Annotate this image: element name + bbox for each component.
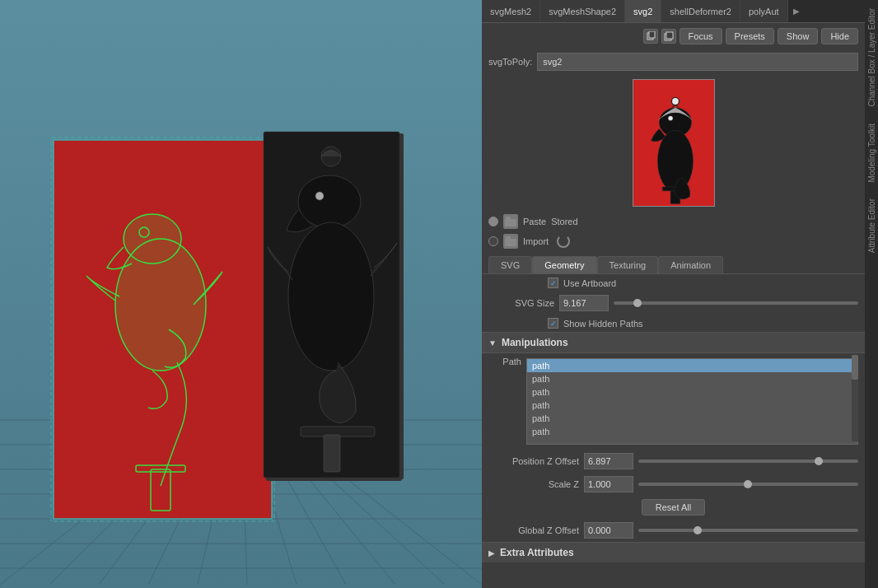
- path-list-row: Path path path path path path path: [482, 353, 865, 450]
- svg-size-track[interactable]: [614, 301, 858, 305]
- presets-button[interactable]: Presets: [726, 28, 774, 44]
- position-z-label: Position Z Offset: [488, 456, 579, 466]
- reset-all-button[interactable]: Reset All: [642, 499, 705, 516]
- copy-icon-2[interactable]: [661, 29, 676, 44]
- sub-tab-svg[interactable]: SVG: [488, 256, 532, 273]
- position-z-thumb[interactable]: [815, 457, 823, 465]
- focus-button[interactable]: Focus: [680, 28, 722, 44]
- paste-folder-icon: [503, 214, 518, 229]
- tab-svg2[interactable]: svg2: [625, 0, 661, 22]
- top-actions: Focus Presets Show Hide: [482, 23, 865, 49]
- import-label: Import: [523, 236, 549, 246]
- manipulations-title: Manipulations: [502, 337, 568, 348]
- panel-content: Focus Presets Show Hide svgToPoly:: [482, 23, 865, 588]
- use-artboard-label: Use Artboard: [563, 278, 616, 288]
- svg-size-label: SVG Size: [488, 298, 554, 308]
- attribute-panel: svgMesh2 svgMeshShape2 svg2 shellDeforme…: [482, 0, 865, 588]
- svg-size-input[interactable]: [559, 295, 609, 311]
- use-artboard-checkbox[interactable]: [548, 278, 558, 288]
- import-folder-icon: [503, 234, 518, 249]
- svg-rect-40: [666, 32, 673, 39]
- svg-rect-50: [506, 217, 511, 220]
- global-z-label: Global Z Offset: [488, 525, 579, 535]
- svg-size-thumb[interactable]: [633, 299, 642, 307]
- list-item[interactable]: path: [527, 425, 857, 438]
- sub-tab-geometry[interactable]: Geometry: [532, 256, 596, 273]
- tab-svgmesh2[interactable]: svgMesh2: [482, 0, 540, 22]
- svg-rect-51: [505, 239, 516, 246]
- right-sidebar: Channel Box / Layer Editor Modeling Tool…: [865, 0, 878, 588]
- svg-rect-38: [649, 31, 655, 38]
- svg-point-48: [672, 98, 679, 105]
- preview-svg: [633, 80, 714, 206]
- svg-rect-49: [505, 219, 516, 226]
- position-z-input[interactable]: [584, 453, 633, 469]
- paste-row: Paste Stored: [482, 212, 865, 231]
- sub-tab-texturing[interactable]: Texturing: [597, 256, 659, 273]
- svgtopoly-label: svgToPoly:: [488, 57, 532, 67]
- svg-point-31: [298, 175, 361, 228]
- global-z-track[interactable]: [638, 529, 858, 532]
- list-item[interactable]: path: [527, 359, 857, 372]
- preview-image: [633, 79, 715, 207]
- list-item[interactable]: path: [527, 399, 857, 412]
- svg-rect-35: [324, 435, 340, 472]
- svg-size-row: SVG Size: [482, 292, 865, 315]
- list-item[interactable]: path: [527, 372, 857, 385]
- sub-tab-bar: SVG Geometry Texturing Animation: [482, 251, 865, 274]
- svg-rect-52: [506, 236, 511, 240]
- path-label: Path: [488, 355, 521, 366]
- show-hidden-paths-checkbox[interactable]: [548, 318, 558, 329]
- scale-z-row: Scale Z: [482, 473, 865, 496]
- attribute-editor-label[interactable]: Attribute Editor: [867, 198, 876, 253]
- import-row: Import: [482, 231, 865, 251]
- svgtopoly-row: svgToPoly:: [482, 49, 865, 74]
- extra-attributes-title: Extra Attributes: [500, 547, 574, 558]
- paste-radio[interactable]: [488, 217, 498, 226]
- copy-icon-1[interactable]: [643, 29, 658, 44]
- svg-point-43: [668, 116, 673, 121]
- use-artboard-row: Use Artboard: [482, 274, 865, 292]
- preview-container: [482, 74, 865, 212]
- show-hidden-paths-row: Show Hidden Paths: [482, 315, 865, 332]
- list-item[interactable]: path: [527, 412, 857, 425]
- stored-label: Stored: [551, 217, 577, 226]
- extra-attributes-header[interactable]: ▶ Extra Attributes: [482, 542, 865, 562]
- scale-z-input[interactable]: [584, 476, 633, 492]
- global-z-thumb[interactable]: [694, 526, 702, 534]
- manipulations-header[interactable]: ▼ Manipulations: [482, 332, 865, 353]
- hide-button[interactable]: Hide: [821, 28, 858, 44]
- path-listbox[interactable]: path path path path path path: [526, 358, 858, 445]
- position-z-row: Position Z Offset: [482, 450, 865, 473]
- viewport-svg: [0, 0, 482, 588]
- svgtopoly-input[interactable]: [537, 53, 858, 71]
- svg-point-27: [124, 214, 181, 264]
- sub-tab-animation[interactable]: Animation: [658, 256, 723, 273]
- svg-point-32: [315, 192, 324, 200]
- show-hidden-paths-label: Show Hidden Paths: [563, 319, 643, 329]
- svg-point-33: [288, 222, 374, 371]
- global-z-input[interactable]: [584, 522, 633, 539]
- tab-bar: svgMesh2 svgMeshShape2 svg2 shellDeforme…: [482, 0, 865, 23]
- channel-box-label[interactable]: Channel Box / Layer Editor: [867, 8, 876, 107]
- global-z-row: Global Z Offset: [482, 519, 865, 542]
- list-item[interactable]: path: [527, 385, 857, 399]
- show-button[interactable]: Show: [778, 28, 819, 44]
- extra-arrow: ▶: [488, 548, 495, 558]
- scale-z-thumb[interactable]: [744, 480, 752, 488]
- scale-z-label: Scale Z: [488, 479, 579, 489]
- viewport: [0, 0, 482, 588]
- tab-svgmeshshape2[interactable]: svgMeshShape2: [540, 0, 625, 22]
- svg-point-44: [657, 130, 693, 191]
- refresh-icon[interactable]: [557, 235, 570, 248]
- manipulations-arrow: ▼: [488, 338, 497, 348]
- paste-label: Paste: [523, 217, 546, 226]
- tab-polyaut[interactable]: polyAut: [740, 0, 788, 22]
- modeling-toolkit-label[interactable]: Modeling Toolkit: [867, 124, 876, 183]
- import-radio[interactable]: [488, 236, 498, 246]
- tab-scroll-right[interactable]: ▶: [788, 0, 805, 22]
- position-z-track[interactable]: [638, 460, 858, 463]
- tab-shelldeformer2[interactable]: shellDeformer2: [661, 0, 740, 22]
- scale-z-track[interactable]: [638, 483, 858, 486]
